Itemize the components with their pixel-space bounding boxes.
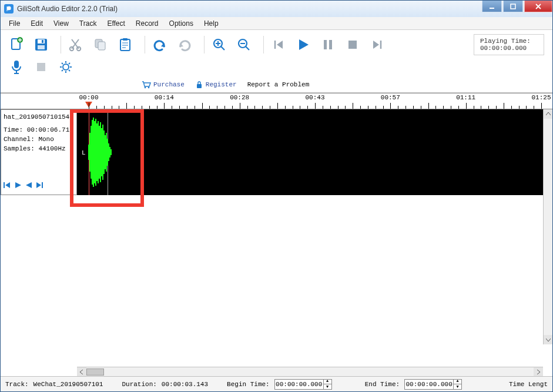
svg-rect-20 <box>14 61 19 68</box>
clipboard-icon <box>118 37 133 52</box>
horizontal-scrollbar[interactable] <box>77 367 543 376</box>
pause-button[interactable] <box>318 35 338 55</box>
ruler-tick <box>202 103 203 109</box>
copy-button[interactable] <box>91 35 110 55</box>
ruler-tick <box>300 106 300 109</box>
ruler-tick <box>504 103 504 109</box>
menu-file[interactable]: File <box>4 18 25 29</box>
ruler-tick <box>496 106 497 109</box>
skip-end-button[interactable] <box>367 35 387 55</box>
minimize-button[interactable] <box>482 1 502 12</box>
menu-record[interactable]: Record <box>131 18 163 29</box>
track-rewind-button[interactable] <box>25 181 33 192</box>
ruler-label: 00:43 <box>305 94 324 101</box>
ruler-label: 01:11 <box>456 94 475 101</box>
zoom-out-button[interactable] <box>234 35 254 55</box>
close-button[interactable] <box>524 1 552 12</box>
settings-button[interactable] <box>56 57 76 77</box>
svg-rect-25 <box>197 84 202 88</box>
scroll-right-button[interactable] <box>534 367 543 376</box>
stop-small-icon <box>36 62 46 72</box>
ruler-tick <box>187 106 187 109</box>
skip-start-icon <box>272 38 285 51</box>
ruler-tick <box>451 106 451 109</box>
begin-time-field[interactable]: ▲▼ <box>274 379 332 390</box>
ruler-tick <box>428 103 429 109</box>
spin-up-icon[interactable]: ▲ <box>453 379 461 384</box>
svg-rect-33 <box>96 123 98 181</box>
end-time-input[interactable] <box>405 381 453 388</box>
record-mic-button[interactable] <box>6 57 26 77</box>
ruler-tick <box>511 106 512 109</box>
ruler-tick <box>104 106 105 109</box>
menu-effect[interactable]: Effect <box>102 18 129 29</box>
menu-help[interactable]: Help <box>199 18 223 29</box>
save-button[interactable] <box>31 35 51 55</box>
ruler-tick <box>330 106 331 109</box>
link-row: Purchase Register Report a Problem <box>6 77 547 92</box>
skip-start-button[interactable] <box>269 35 289 55</box>
svg-point-22 <box>63 64 69 70</box>
svg-rect-45 <box>110 149 112 155</box>
svg-rect-34 <box>98 121 99 183</box>
scrollbar-thumb[interactable] <box>86 368 104 376</box>
gear-icon <box>58 59 73 75</box>
ruler-tick <box>458 106 459 109</box>
titlebar: GiliSoft Audio Editor 2.2.0 (Trial) <box>1 1 552 17</box>
track-skip-start-button[interactable] <box>2 181 12 192</box>
svg-rect-31 <box>94 121 95 183</box>
svg-rect-21 <box>37 63 45 71</box>
ruler-tick <box>488 106 489 109</box>
redo-button[interactable] <box>175 35 195 55</box>
scroll-down-button[interactable] <box>544 335 552 344</box>
stop-icon <box>347 39 358 51</box>
scroll-left-button[interactable] <box>77 367 86 376</box>
ruler-tick <box>353 103 353 109</box>
status-end-label: End Time: <box>365 381 400 388</box>
end-time-field[interactable]: ▲▼ <box>404 379 462 390</box>
svg-rect-6 <box>38 39 45 43</box>
menu-track[interactable]: Track <box>75 18 102 29</box>
menu-edit[interactable]: Edit <box>26 18 48 29</box>
maximize-button[interactable] <box>503 1 523 12</box>
play-button[interactable] <box>293 35 313 55</box>
stop-button[interactable] <box>343 35 363 55</box>
stop-record-button[interactable] <box>31 57 51 77</box>
spin-up-icon[interactable]: ▲ <box>323 379 331 384</box>
track-play-button[interactable] <box>14 181 22 192</box>
track-skip-end-button[interactable] <box>35 181 45 192</box>
ruler-tick <box>443 106 444 109</box>
undo-button[interactable] <box>150 35 170 55</box>
svg-rect-30 <box>93 118 94 187</box>
purchase-label: Purchase <box>153 81 185 88</box>
ruler-tick <box>179 106 180 109</box>
paste-button[interactable] <box>115 35 135 55</box>
ruler-tick <box>134 106 135 109</box>
register-link[interactable]: Register <box>195 81 237 89</box>
track-channel-label: Channel: <box>4 136 35 143</box>
zoom-in-button[interactable] <box>209 35 229 55</box>
end-time-spinner[interactable]: ▲▼ <box>453 379 461 390</box>
new-file-button[interactable] <box>6 35 26 55</box>
timeline-ruler[interactable]: 00:0000:1400:2800:4300:5701:1101:25 <box>1 93 552 109</box>
menu-view[interactable]: View <box>49 18 73 29</box>
ruler-tick <box>435 106 436 109</box>
spin-down-icon[interactable]: ▼ <box>323 384 331 390</box>
svg-rect-36 <box>100 122 101 182</box>
window-title: GiliSoft Audio Editor 2.2.0 (Trial) <box>17 5 482 13</box>
scroll-up-button[interactable] <box>544 109 552 119</box>
purchase-link[interactable]: Purchase <box>142 81 185 89</box>
ruler-label: 00:57 <box>381 94 400 101</box>
menu-options[interactable]: Options <box>165 18 198 29</box>
svg-rect-32 <box>95 119 96 186</box>
waveform-view[interactable]: L <box>77 109 548 195</box>
scrollbar-track[interactable] <box>86 367 534 376</box>
begin-time-spinner[interactable]: ▲▼ <box>323 379 331 390</box>
ruler-tick <box>368 106 368 109</box>
spin-down-icon[interactable]: ▼ <box>453 384 461 390</box>
report-problem-link[interactable]: Report a Problem <box>247 81 310 88</box>
menubar: File Edit View Track Effect Record Optio… <box>1 17 552 30</box>
cut-button[interactable] <box>66 35 86 55</box>
begin-time-input[interactable] <box>275 381 323 388</box>
vertical-scrollbar[interactable] <box>543 109 552 344</box>
